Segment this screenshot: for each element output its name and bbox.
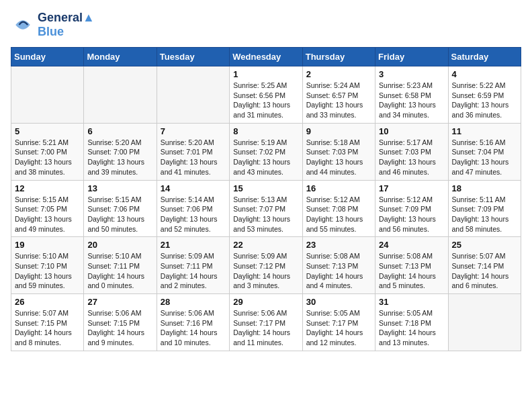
day-info: Sunrise: 5:09 AM Sunset: 7:11 PM Dayligh…: [161, 251, 226, 291]
calendar-cell: 7Sunrise: 5:20 AM Sunset: 7:01 PM Daylig…: [157, 123, 229, 180]
calendar-cell: 19Sunrise: 5:10 AM Sunset: 7:10 PM Dayli…: [11, 237, 84, 294]
day-info: Sunrise: 5:08 AM Sunset: 7:13 PM Dayligh…: [306, 251, 371, 291]
calendar-cell: [448, 294, 521, 351]
day-info: Sunrise: 5:07 AM Sunset: 7:14 PM Dayligh…: [452, 251, 517, 291]
day-info: Sunrise: 5:18 AM Sunset: 7:03 PM Dayligh…: [306, 138, 371, 177]
day-number: 13: [87, 183, 152, 193]
day-info: Sunrise: 5:06 AM Sunset: 7:15 PM Dayligh…: [87, 308, 152, 348]
calendar-week-row: 5Sunrise: 5:21 AM Sunset: 7:00 PM Daylig…: [11, 123, 521, 180]
weekday-header: Wednesday: [230, 48, 302, 66]
logo-text: General▲ Blue: [38, 11, 95, 39]
day-number: 24: [379, 240, 444, 250]
day-info: Sunrise: 5:15 AM Sunset: 7:06 PM Dayligh…: [87, 195, 152, 234]
day-info: Sunrise: 5:11 AM Sunset: 7:09 PM Dayligh…: [452, 195, 517, 234]
day-number: 10: [379, 126, 444, 136]
day-info: Sunrise: 5:12 AM Sunset: 7:08 PM Dayligh…: [306, 195, 371, 234]
calendar-week-row: 26Sunrise: 5:07 AM Sunset: 7:15 PM Dayli…: [11, 294, 521, 351]
calendar-cell: [11, 66, 84, 124]
weekday-header: Tuesday: [157, 48, 229, 66]
day-number: 20: [87, 240, 152, 250]
day-number: 19: [15, 240, 80, 250]
calendar-cell: 14Sunrise: 5:14 AM Sunset: 7:06 PM Dayli…: [157, 180, 229, 237]
day-number: 12: [15, 183, 80, 193]
day-number: 4: [452, 69, 517, 79]
day-info: Sunrise: 5:05 AM Sunset: 7:18 PM Dayligh…: [379, 308, 444, 348]
calendar-cell: 13Sunrise: 5:15 AM Sunset: 7:06 PM Dayli…: [84, 180, 157, 237]
day-info: Sunrise: 5:10 AM Sunset: 7:11 PM Dayligh…: [87, 251, 152, 291]
calendar-cell: [84, 66, 157, 124]
day-info: Sunrise: 5:14 AM Sunset: 7:06 PM Dayligh…: [161, 195, 226, 234]
day-info: Sunrise: 5:20 AM Sunset: 7:01 PM Dayligh…: [161, 138, 226, 177]
day-info: Sunrise: 5:19 AM Sunset: 7:02 PM Dayligh…: [233, 138, 298, 177]
calendar-week-row: 12Sunrise: 5:15 AM Sunset: 7:05 PM Dayli…: [11, 180, 521, 237]
calendar-cell: 10Sunrise: 5:17 AM Sunset: 7:03 PM Dayli…: [375, 123, 448, 180]
day-number: 15: [233, 183, 298, 193]
calendar-cell: 23Sunrise: 5:08 AM Sunset: 7:13 PM Dayli…: [302, 237, 375, 294]
day-number: 18: [452, 183, 517, 193]
calendar-cell: 8Sunrise: 5:19 AM Sunset: 7:02 PM Daylig…: [230, 123, 302, 180]
calendar-table: SundayMondayTuesdayWednesdayThursdayFrid…: [11, 47, 521, 351]
day-info: Sunrise: 5:12 AM Sunset: 7:09 PM Dayligh…: [379, 195, 444, 234]
day-number: 7: [161, 126, 226, 136]
day-info: Sunrise: 5:20 AM Sunset: 7:00 PM Dayligh…: [87, 138, 152, 177]
calendar-cell: 31Sunrise: 5:05 AM Sunset: 7:18 PM Dayli…: [375, 294, 448, 351]
day-number: 14: [161, 183, 226, 193]
day-number: 17: [379, 183, 444, 193]
calendar-cell: 20Sunrise: 5:10 AM Sunset: 7:11 PM Dayli…: [84, 237, 157, 294]
day-info: Sunrise: 5:06 AM Sunset: 7:16 PM Dayligh…: [161, 308, 226, 348]
calendar-week-row: 1Sunrise: 5:25 AM Sunset: 6:56 PM Daylig…: [11, 66, 521, 124]
calendar-cell: 17Sunrise: 5:12 AM Sunset: 7:09 PM Dayli…: [375, 180, 448, 237]
day-number: 23: [306, 240, 371, 250]
calendar-cell: 18Sunrise: 5:11 AM Sunset: 7:09 PM Dayli…: [448, 180, 521, 237]
calendar-cell: 22Sunrise: 5:09 AM Sunset: 7:12 PM Dayli…: [230, 237, 302, 294]
calendar-cell: 9Sunrise: 5:18 AM Sunset: 7:03 PM Daylig…: [302, 123, 375, 180]
weekday-header: Thursday: [302, 48, 375, 66]
day-info: Sunrise: 5:24 AM Sunset: 6:57 PM Dayligh…: [306, 81, 371, 120]
weekday-header: Friday: [375, 48, 448, 66]
calendar-cell: 15Sunrise: 5:13 AM Sunset: 7:07 PM Dayli…: [230, 180, 302, 237]
calendar-cell: 28Sunrise: 5:06 AM Sunset: 7:16 PM Dayli…: [157, 294, 229, 351]
calendar-cell: 24Sunrise: 5:08 AM Sunset: 7:13 PM Dayli…: [375, 237, 448, 294]
calendar-cell: 16Sunrise: 5:12 AM Sunset: 7:08 PM Dayli…: [302, 180, 375, 237]
day-info: Sunrise: 5:23 AM Sunset: 6:58 PM Dayligh…: [379, 81, 444, 120]
calendar-week-row: 19Sunrise: 5:10 AM Sunset: 7:10 PM Dayli…: [11, 237, 521, 294]
day-number: 22: [233, 240, 298, 250]
day-info: Sunrise: 5:07 AM Sunset: 7:15 PM Dayligh…: [15, 308, 80, 348]
day-number: 11: [452, 126, 517, 136]
day-number: 16: [306, 183, 371, 193]
calendar-cell: 1Sunrise: 5:25 AM Sunset: 6:56 PM Daylig…: [230, 66, 302, 124]
weekday-header: Monday: [84, 48, 157, 66]
day-number: 27: [87, 297, 152, 307]
day-number: 26: [15, 297, 80, 307]
day-number: 6: [87, 126, 152, 136]
calendar-cell: 11Sunrise: 5:16 AM Sunset: 7:04 PM Dayli…: [448, 123, 521, 180]
day-number: 28: [161, 297, 226, 307]
day-info: Sunrise: 5:16 AM Sunset: 7:04 PM Dayligh…: [452, 138, 517, 177]
day-number: 1: [233, 69, 298, 79]
day-info: Sunrise: 5:15 AM Sunset: 7:05 PM Dayligh…: [15, 195, 80, 234]
calendar-cell: 4Sunrise: 5:22 AM Sunset: 6:59 PM Daylig…: [448, 66, 521, 124]
day-info: Sunrise: 5:22 AM Sunset: 6:59 PM Dayligh…: [452, 81, 517, 120]
day-number: 9: [306, 126, 371, 136]
day-info: Sunrise: 5:17 AM Sunset: 7:03 PM Dayligh…: [379, 138, 444, 177]
calendar-cell: 12Sunrise: 5:15 AM Sunset: 7:05 PM Dayli…: [11, 180, 84, 237]
calendar-cell: [157, 66, 229, 124]
calendar-header: SundayMondayTuesdayWednesdayThursdayFrid…: [11, 48, 521, 66]
day-info: Sunrise: 5:13 AM Sunset: 7:07 PM Dayligh…: [233, 195, 298, 234]
logo: General▲ Blue: [11, 11, 95, 39]
day-info: Sunrise: 5:21 AM Sunset: 7:00 PM Dayligh…: [15, 138, 80, 177]
day-number: 3: [379, 69, 444, 79]
day-number: 2: [306, 69, 371, 79]
calendar-cell: 25Sunrise: 5:07 AM Sunset: 7:14 PM Dayli…: [448, 237, 521, 294]
calendar-cell: 30Sunrise: 5:05 AM Sunset: 7:17 PM Dayli…: [302, 294, 375, 351]
weekday-header: Sunday: [11, 48, 84, 66]
calendar-cell: 5Sunrise: 5:21 AM Sunset: 7:00 PM Daylig…: [11, 123, 84, 180]
day-info: Sunrise: 5:09 AM Sunset: 7:12 PM Dayligh…: [233, 251, 298, 291]
day-number: 29: [233, 297, 298, 307]
day-info: Sunrise: 5:05 AM Sunset: 7:17 PM Dayligh…: [306, 308, 371, 348]
calendar-cell: 6Sunrise: 5:20 AM Sunset: 7:00 PM Daylig…: [84, 123, 157, 180]
calendar-cell: 2Sunrise: 5:24 AM Sunset: 6:57 PM Daylig…: [302, 66, 375, 124]
weekday-header: Saturday: [448, 48, 521, 66]
day-number: 21: [161, 240, 226, 250]
calendar-cell: 27Sunrise: 5:06 AM Sunset: 7:15 PM Dayli…: [84, 294, 157, 351]
